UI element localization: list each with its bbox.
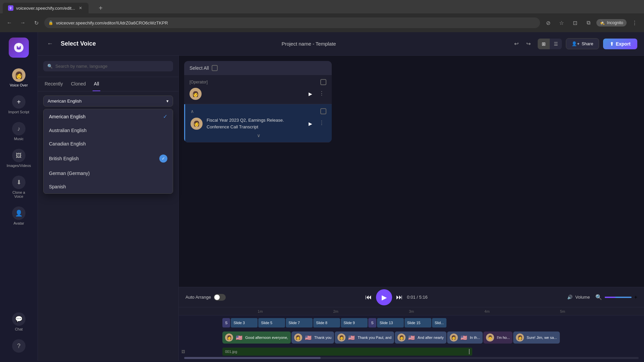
tab-all[interactable]: All: [93, 77, 101, 91]
resize-handle[interactable]: [469, 349, 470, 354]
tab-recently[interactable]: Recently: [43, 77, 64, 91]
lang-option-british[interactable]: British English ✓: [44, 150, 173, 167]
ruler-3m: 3m: [374, 309, 449, 313]
horizontal-scrollbar[interactable]: [184, 357, 639, 359]
playback-bar: Auto Arrange ⏮ ▶ ⏭ 0:01 / 5:16: [179, 287, 644, 307]
sidebar-item-avatar[interactable]: 👤 Avatar: [5, 204, 32, 228]
script-item-1-checkbox[interactable]: [320, 79, 326, 85]
audio-block-3[interactable]: 👩 🇺🇸 Thank you Paul, and: [335, 331, 394, 344]
more-script-1-button[interactable]: ⋮: [317, 88, 326, 98]
search-box[interactable]: 🔍 Search by name, language: [43, 61, 173, 71]
slide-block-s1[interactable]: S: [222, 318, 230, 327]
sidebar-item-images[interactable]: 🖼 Images/Videos: [5, 146, 32, 170]
more-script-2-button[interactable]: ⋮: [317, 118, 326, 128]
timeline-ruler: 1m 2m 3m 4m 5m: [179, 307, 644, 315]
image-block[interactable]: 001.jpg: [222, 348, 472, 356]
slides-track-content: S Slide 3 Slide 5 Slide 7 Slide 8 Slide …: [222, 318, 644, 327]
audio-block-6[interactable]: 👨 I'm ho...: [483, 331, 513, 344]
play-pause-button[interactable]: ▶: [376, 289, 392, 305]
script-item-2-checkbox[interactable]: [320, 108, 326, 114]
slide-block-7[interactable]: Slide 7: [286, 318, 313, 327]
play-script-1-button[interactable]: ▶: [305, 88, 316, 99]
screenshare-icon[interactable]: ⊘: [543, 17, 553, 28]
sidebar-item-import[interactable]: + Import Script: [5, 93, 32, 117]
script-controls-1: ▶ ⋮: [305, 88, 326, 99]
back-button[interactable]: ←: [45, 39, 55, 49]
slide-block-5[interactable]: Slide 5: [258, 318, 285, 327]
flag-icon-1: 🇺🇸: [236, 335, 243, 341]
slide-block-9[interactable]: Slide 9: [341, 318, 368, 327]
audio-track-content: 👩 🇺🇸 Good afternoon everyone, 👩 🇺🇸 Thank…: [222, 331, 644, 344]
expand-down-icon[interactable]: ∨: [257, 133, 260, 138]
audio-block-4[interactable]: 👩 🇺🇸 And after nearly: [395, 331, 446, 344]
tab-close-button[interactable]: ✕: [78, 5, 83, 11]
chat-icon: 💬: [12, 312, 25, 326]
window-toggle-icon[interactable]: ⧉: [583, 17, 594, 28]
language-dropdown-button[interactable]: American English ▾: [43, 96, 173, 107]
active-tab[interactable]: 🎙 voiceover.speechify.com/edit... ✕: [3, 3, 89, 13]
slide-block-last[interactable]: Slid...: [432, 318, 447, 327]
voice-search-area: 🔍 Search by name, language: [38, 56, 178, 77]
script-header: Select All: [184, 61, 332, 75]
slide-block-8[interactable]: Slide 8: [313, 318, 340, 327]
lang-option-british-label: British English: [49, 156, 79, 161]
sidebar-item-music[interactable]: ♪ Music: [5, 119, 32, 143]
share-button[interactable]: 👤+ Share: [566, 38, 599, 49]
script-item-1-body: 👩 ▶ ⋮: [190, 88, 326, 100]
sidebar: 👩 Voice Over + Import Script ♪ Music 🖼 I…: [0, 32, 38, 361]
lang-option-american[interactable]: American English ✓: [44, 109, 173, 124]
new-tab-button[interactable]: +: [95, 3, 106, 13]
audio-block-1[interactable]: 👩 🇺🇸 Good afternoon everyone,: [222, 331, 291, 344]
expand-up-icon[interactable]: ∧: [191, 109, 194, 114]
back-nav-button[interactable]: ←: [4, 17, 15, 28]
lang-option-spanish[interactable]: Spanish: [44, 180, 173, 193]
lang-option-canadian[interactable]: Canadian English: [44, 137, 173, 150]
audio-avatar-5: 👩: [450, 334, 458, 342]
grid-view-button[interactable]: ⊞: [538, 39, 550, 49]
slide-block-s2[interactable]: S: [368, 318, 376, 327]
list-view-button[interactable]: ☰: [550, 39, 562, 49]
export-button[interactable]: ⬆ Export: [603, 39, 637, 49]
slide-block-13[interactable]: Slide 13: [377, 318, 404, 327]
app-logo[interactable]: [9, 38, 29, 58]
sidebar-item-voiceover[interactable]: 👩 Voice Over: [5, 66, 32, 90]
sidebar-avatar-label: Avatar: [13, 221, 24, 225]
zoom-out-icon[interactable]: 🔍: [595, 294, 602, 300]
reload-button[interactable]: ↻: [31, 17, 42, 28]
auto-arrange-toggle[interactable]: [214, 294, 226, 301]
undo-button[interactable]: ↩: [511, 39, 522, 49]
menu-button[interactable]: ⋮: [629, 17, 640, 28]
inactive-tab[interactable]: +: [90, 3, 157, 13]
zoom-in-icon[interactable]: +: [634, 294, 637, 300]
audio-block-7[interactable]: 👩 Sure! Jim, we sa...: [513, 331, 559, 344]
editor-area: Select All [Operator]: [179, 56, 644, 361]
slide-block-15[interactable]: Slide 15: [405, 318, 431, 327]
auto-arrange-area: Auto Arrange: [185, 294, 226, 301]
slides-track: S Slide 3 Slide 5 Slide 7 Slide 8 Slide …: [179, 315, 644, 330]
export-icon: ⬆: [610, 41, 614, 47]
time-display: 0:01 / 5:16: [407, 295, 427, 300]
sidebar-item-clone[interactable]: ⬇ Clone a Voice: [5, 173, 32, 201]
lang-option-german[interactable]: German (Germany): [44, 167, 173, 180]
redo-button[interactable]: ↪: [523, 39, 534, 49]
sidebar-item-chat[interactable]: 💬 Chat: [5, 310, 32, 334]
slide-block-3[interactable]: Slide 3: [231, 318, 258, 327]
skip-back-button[interactable]: ⏮: [365, 293, 372, 301]
images-icon: 🖼: [12, 149, 25, 162]
flag-icon-2: 🇺🇸: [305, 335, 312, 341]
tab-cloned[interactable]: Cloned: [69, 77, 87, 91]
play-script-2-button[interactable]: ▶: [305, 118, 316, 129]
bookmark-icon[interactable]: ☆: [556, 17, 567, 28]
script-item-1: [Operator] 👩 ▶ ⋮: [184, 75, 332, 104]
select-all-checkbox[interactable]: [212, 65, 218, 71]
lang-option-australian[interactable]: Australian English: [44, 124, 173, 137]
forward-nav-button[interactable]: →: [17, 17, 28, 28]
scrollbar-thumb[interactable]: [184, 357, 321, 359]
sidebar-item-help[interactable]: ?: [5, 337, 32, 355]
audio-block-2[interactable]: 👩 🇺🇸 Thank you: [291, 331, 334, 344]
skip-forward-button[interactable]: ⏭: [396, 293, 403, 301]
extension-icon[interactable]: ⊡: [570, 17, 580, 28]
audio-block-5[interactable]: 👩 🇺🇸 In th...: [447, 331, 483, 344]
address-bar[interactable]: 🔒 voiceover.speechify.com/editor/IUldrZ0…: [44, 17, 540, 28]
zoom-slider[interactable]: [605, 297, 632, 298]
